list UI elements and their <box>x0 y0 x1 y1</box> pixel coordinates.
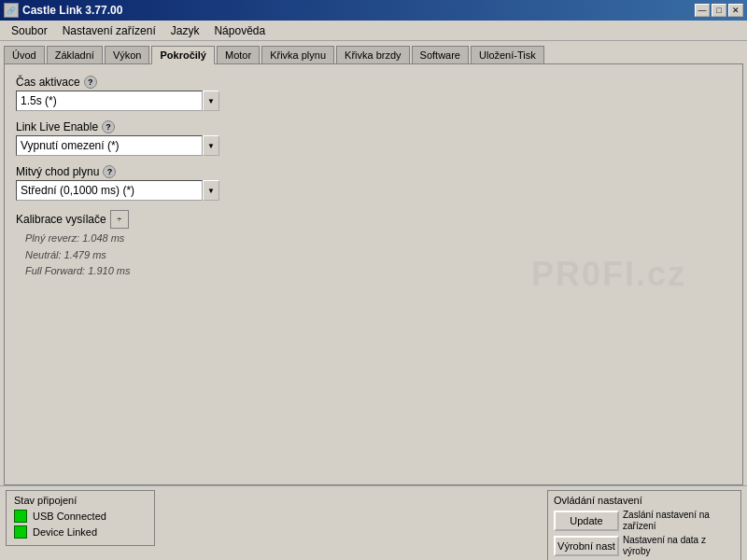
device-status-row: Device Linked <box>14 525 147 539</box>
link-live-help[interactable]: ? <box>102 120 115 133</box>
app-icon: 🔗 <box>4 3 19 18</box>
menubar: Soubor Nastavení zařízení Jazyk Nápověda <box>0 21 747 41</box>
device-label: Device Linked <box>33 526 97 538</box>
factory-row: Výrobní nast Nastavení na data z výroby <box>554 535 735 557</box>
tab-krivka-brzdy[interactable]: Křivka brzdy <box>336 46 410 64</box>
link-live-select[interactable]: Vypnutí omezení (*) <box>16 135 203 156</box>
factory-button[interactable]: Výrobní nast <box>554 536 619 556</box>
tabbar: Úvod Základní Výkon Pokročilý Motor Křiv… <box>0 41 747 63</box>
menu-soubor[interactable]: Soubor <box>4 22 55 39</box>
titlebar: 🔗 Castle Link 3.77.00 — □ ✕ <box>0 0 747 21</box>
kalibrace-details: Plný reverz: 1.048 ms Neutrál: 1.479 ms … <box>25 231 731 280</box>
update-row: Update Zaslání nastavení na zařízení <box>554 510 735 532</box>
kalibrace-section: Kalibrace vysílače ÷ Plný reverz: 1.048 … <box>16 210 731 280</box>
cas-aktivace-help[interactable]: ? <box>84 76 97 89</box>
cas-aktivace-dropdown[interactable]: ▼ <box>203 91 219 111</box>
mivy-chod-help[interactable]: ? <box>103 165 116 178</box>
usb-label: USB Connected <box>33 511 106 522</box>
menu-napoveda[interactable]: Nápověda <box>206 22 273 39</box>
window-controls: — □ ✕ <box>695 4 743 17</box>
control-title: Ovládání nastavení <box>554 495 735 506</box>
link-live-dropdown[interactable]: ▼ <box>203 135 219 156</box>
mivy-chod-select[interactable]: Střední (0,1000 ms) (*) <box>16 180 203 201</box>
control-section: Ovládání nastavení Update Zaslání nastav… <box>547 490 741 560</box>
device-led <box>14 525 27 539</box>
menu-jazyk[interactable]: Jazyk <box>163 22 207 39</box>
connection-title: Stav připojení <box>14 495 147 506</box>
kalibrace-label: Kalibrace vysílače <box>16 213 106 226</box>
content-area: Čas aktivace ? 1.5s (*) ▼ Link Live Enab… <box>4 63 743 485</box>
tab-uvod[interactable]: Úvod <box>4 46 45 64</box>
factory-desc: Nastavení na data z výroby <box>623 535 735 557</box>
update-button[interactable]: Update <box>554 511 619 531</box>
kalibrace-neutral: Neutrál: 1.479 ms <box>25 247 731 264</box>
usb-led <box>14 510 27 523</box>
window-title: Castle Link 3.77.00 <box>22 4 122 17</box>
link-live-label: Link Live Enable <box>16 120 98 133</box>
minimize-button[interactable]: — <box>695 4 710 17</box>
tab-software[interactable]: Software <box>412 46 469 64</box>
menu-nastaveni[interactable]: Nastavení zařízení <box>55 22 163 39</box>
cas-aktivace-label: Čas aktivace <box>16 76 80 89</box>
tab-krivka-plynu[interactable]: Křivka plynu <box>261 46 334 64</box>
maximize-button[interactable]: □ <box>712 4 726 17</box>
link-live-group: Link Live Enable ? Vypnutí omezení (*) ▼ <box>16 120 731 156</box>
kalibrace-icon[interactable]: ÷ <box>110 210 129 229</box>
connection-status: Stav připojení USB Connected Device Link… <box>6 490 155 546</box>
tab-motor[interactable]: Motor <box>217 46 260 64</box>
tab-zakladni[interactable]: Základní <box>47 46 103 64</box>
tab-pokrocily[interactable]: Pokročilý <box>151 46 215 64</box>
statusbar: Stav připojení USB Connected Device Link… <box>0 485 747 560</box>
mivy-chod-dropdown[interactable]: ▼ <box>203 180 219 201</box>
usb-status-row: USB Connected <box>14 510 147 523</box>
update-desc: Zaslání nastavení na zařízení <box>623 510 735 532</box>
mivy-chod-group: Mitvý chod plynu ? Střední (0,1000 ms) (… <box>16 165 731 201</box>
tab-ulozeni-tisk[interactable]: Uložení-Tisk <box>471 46 544 64</box>
tab-vykon[interactable]: Výkon <box>105 46 150 64</box>
mivy-chod-label: Mitvý chod plynu <box>16 165 99 178</box>
cas-aktivace-group: Čas aktivace ? 1.5s (*) ▼ <box>16 76 731 111</box>
cas-aktivace-select[interactable]: 1.5s (*) <box>16 91 203 111</box>
kalibrace-plny-reverz: Plný reverz: 1.048 ms <box>25 231 731 247</box>
close-button[interactable]: ✕ <box>728 4 743 17</box>
kalibrace-full-forward: Full Forward: 1.910 ms <box>25 263 731 280</box>
